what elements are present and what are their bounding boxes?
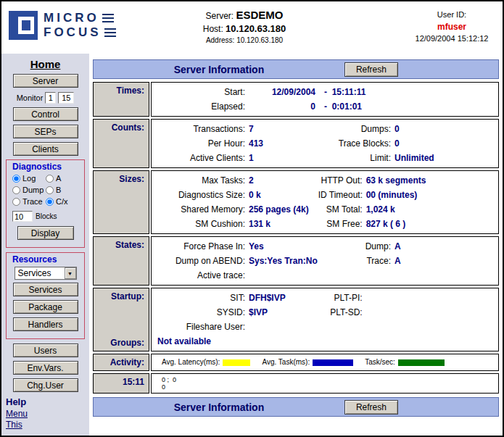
header-timestamp: 12/09/2004 15:12:12 [408, 34, 495, 43]
envvars-button[interactable]: Env.Vars. [13, 361, 78, 375]
activeclients-label: Active Clients: [156, 151, 249, 165]
perhour-label: Per Hour: [156, 136, 249, 151]
diagnostics-group: Diagnostics Log A Dump B Trace C/x [6, 159, 85, 248]
host-value: 10.120.63.180 [226, 23, 286, 34]
smtotal-label: SM Total: [318, 202, 366, 217]
diagsize-value: 0 k [249, 188, 261, 202]
a-radio[interactable] [46, 175, 54, 183]
control-button[interactable]: Control [13, 107, 78, 121]
users-button[interactable]: Users [13, 344, 78, 357]
states-row: States: Force Phase In:Yes Dump:A Dump o… [93, 236, 499, 286]
abend-value: Sys:Yes Tran:No [249, 254, 318, 268]
abend-label: Dump on ABEND: [156, 254, 249, 268]
logo-word-micro: MICRO [44, 11, 99, 25]
smtotal-value: 1,024 k [366, 202, 395, 217]
groups-value: Not available [156, 334, 494, 349]
logo-word-focus: FOCUS [44, 25, 102, 40]
resources-select[interactable]: Services ▼ [15, 267, 77, 280]
httpout-label: HTTP Out: [318, 173, 366, 188]
this-link[interactable]: This [6, 420, 89, 430]
elapsed-days: 0 [249, 99, 315, 114]
page-title: Server Information [94, 64, 344, 75]
clients-button[interactable]: Clients [13, 142, 78, 156]
pltsd-label: PLT-SD: [318, 305, 366, 320]
help-heading: Help [6, 396, 89, 407]
services-button[interactable]: Services [13, 283, 78, 296]
server-button[interactable]: Server [13, 74, 78, 88]
dump-state-value: A [394, 239, 401, 254]
diag-radio-row-2: Dump B [7, 184, 84, 196]
activity-value-line1: 0 ; 0 [162, 376, 494, 383]
activity-time-label: 15:11 [123, 377, 144, 387]
dumps-label: Dumps: [325, 122, 394, 136]
refresh-button-bottom[interactable]: Refresh [344, 400, 398, 415]
diag-radio-row-1: Log A [7, 172, 84, 184]
diag-radio-row-3: Trace C/x [7, 196, 84, 207]
resources-select-value: Services [15, 268, 65, 278]
trace-radio-label: Trace [22, 197, 46, 206]
forcephase-label: Force Phase In: [156, 239, 249, 254]
task-legend-label: Avg. Task(ms): [262, 357, 310, 367]
cx-radio-label: C/x [56, 197, 68, 206]
user-info: User ID: mfuser 12/09/2004 15:12:12 [408, 10, 495, 43]
limit-label: Limit: [325, 151, 394, 165]
latency-legend-label: Avg. Latency(ms): [162, 357, 220, 367]
times-label: Times: [117, 86, 144, 96]
refresh-button-top[interactable]: Refresh [344, 62, 398, 77]
startup-label: Startup: [111, 291, 144, 301]
blocks-field[interactable] [12, 211, 33, 222]
a-radio-label: A [56, 174, 61, 183]
b-radio[interactable] [46, 186, 54, 194]
server-label: Server: [205, 11, 234, 21]
dumps-value: 0 [394, 122, 400, 136]
trace-state-label: Trace: [325, 254, 394, 268]
traceblocks-value: 0 [394, 136, 400, 151]
address-label: Address: [206, 36, 234, 44]
perhour-value: 413 [249, 136, 263, 151]
sizes-row: Sizes: Max Tasks:2 HTTP Out:63 k segment… [93, 170, 499, 234]
handlers-button[interactable]: Handlers [13, 317, 78, 331]
sidebar: Home Server Monitor Control SEPs Clients… [1, 54, 89, 436]
dropdown-arrow-icon[interactable]: ▼ [65, 267, 76, 279]
server-identity: Server: ESDEMO Host: 10.120.63.180 Addre… [125, 9, 364, 44]
microfocus-logo-icon [9, 11, 38, 40]
address-value: 10.120.63.180 [236, 36, 283, 44]
sharedmem-label: Shared Memory: [156, 202, 249, 217]
elapsed-label: Elapsed: [156, 99, 249, 114]
tasksec-legend-swatch [398, 359, 445, 366]
log-radio[interactable] [12, 175, 20, 183]
states-label: States: [115, 240, 144, 250]
page-title-bottom: Server Information [94, 401, 344, 413]
log-radio-label: Log [22, 174, 46, 183]
sysid-value: $IVP [249, 305, 268, 320]
menu-link[interactable]: Menu [6, 409, 89, 419]
trace-radio[interactable] [12, 198, 20, 206]
dump-radio[interactable] [12, 186, 20, 194]
sizes-label: Sizes: [119, 174, 144, 184]
cx-radio[interactable] [46, 198, 54, 206]
fileshare-label: Fileshare User: [156, 320, 249, 334]
smfree-label: SM Free: [318, 217, 366, 231]
display-button[interactable]: Display [17, 226, 74, 240]
transactions-label: Transactions: [156, 122, 249, 136]
home-link[interactable]: Home [30, 58, 61, 70]
resources-group: Resources Services ▼ Services Package Ha… [6, 252, 85, 339]
start-date: 12/09/2004 [249, 85, 315, 99]
counts-label: Counts: [112, 122, 144, 133]
monitor-interval-field[interactable] [45, 92, 56, 104]
activity-label: Activity: [110, 357, 144, 367]
traceblocks-label: Trace Blocks: [325, 136, 394, 151]
bottom-title-bar: Server Information Refresh [93, 397, 499, 417]
times-row: Times: Start: 12/09/2004 - 15:11:11 Elap… [93, 82, 499, 117]
chguser-button[interactable]: Chg.User [13, 378, 78, 392]
activity-value-line2: 0 [162, 383, 494, 391]
maxtasks-label: Max Tasks: [156, 173, 249, 188]
activity-values-row: 15:11 0 ; 0 0 [93, 373, 499, 394]
main-content: Server Information Refresh Times: Start:… [89, 54, 503, 436]
package-button[interactable]: Package [13, 300, 78, 314]
sharedmem-value: 256 pages (4k) [249, 202, 309, 217]
start-time: - 15:11:11 [315, 85, 365, 99]
monitor-count-field[interactable] [58, 92, 74, 104]
counts-row: Counts: Transactions:7 Dumps:0 Per Hour:… [93, 119, 499, 168]
seps-button[interactable]: SEPs [13, 125, 78, 138]
